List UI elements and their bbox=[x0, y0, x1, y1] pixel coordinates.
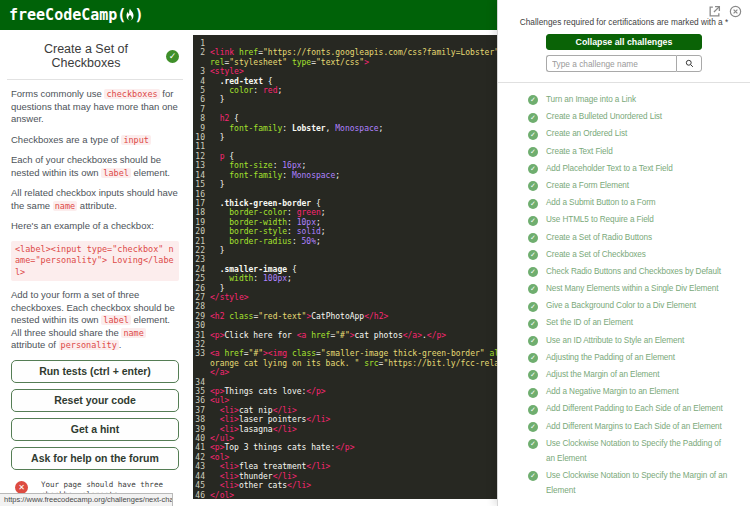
challenge-completed-icon: ✓ bbox=[528, 319, 538, 329]
challenge-item[interactable]: ✓Use Clockwise Notation to Specify the P… bbox=[528, 437, 750, 467]
run-tests-button[interactable]: Run tests (ctrl + enter) bbox=[11, 360, 179, 383]
line-number: 39 bbox=[193, 425, 210, 434]
inline-code: personality bbox=[59, 340, 119, 350]
code-token: <ol> bbox=[210, 453, 229, 462]
inline-code: name bbox=[121, 328, 145, 338]
line-number: 1 bbox=[193, 39, 210, 48]
challenge-item[interactable]: ✓Use HTML5 to Require a Field bbox=[528, 213, 750, 228]
code-token: Top 3 things cats hate: bbox=[224, 443, 335, 452]
code-token: .red-text bbox=[220, 77, 263, 86]
code-token: ; bbox=[321, 208, 326, 217]
line-number: 31 bbox=[193, 331, 210, 340]
logo-text-suffix: ) bbox=[134, 6, 143, 24]
code-token bbox=[210, 227, 229, 236]
code-token: "smaller-image thick-green-border" bbox=[321, 349, 485, 358]
line-number: 34 bbox=[193, 378, 210, 387]
freecodecamp-logo[interactable]: freeCodeCamp( ) bbox=[9, 6, 143, 24]
code-token: "red-text" bbox=[258, 312, 306, 321]
code-text: <p>Things cats love:</p> bbox=[210, 387, 326, 396]
challenge-item[interactable]: ✓Create a Set of Checkboxes bbox=[528, 248, 750, 263]
code-token bbox=[210, 472, 220, 481]
line-number: 18 bbox=[193, 208, 210, 217]
code-token: ><img bbox=[263, 349, 287, 358]
code-token: laser pointers bbox=[239, 415, 306, 424]
challenge-item[interactable]: ✓Use Clockwise Notation to Specify the M… bbox=[528, 469, 750, 499]
close-map-icon[interactable] bbox=[729, 5, 742, 18]
challenge-item[interactable]: ✓Add a Submit Button to a Form bbox=[528, 196, 750, 211]
code-token: red bbox=[263, 86, 277, 95]
code-token bbox=[210, 462, 220, 471]
challenge-item[interactable]: ✓Check Radio Buttons and Checkboxes by D… bbox=[528, 265, 750, 280]
challenge-item[interactable]: ✓Create a Text Field bbox=[528, 145, 750, 160]
code-token bbox=[210, 86, 229, 95]
challenge-item[interactable]: ✓Nest Many Elements within a Single Div … bbox=[528, 282, 750, 297]
forum-help-button[interactable]: Ask for help on the forum bbox=[11, 447, 179, 470]
code-token: flea treatment bbox=[239, 462, 306, 471]
challenge-completed-icon: ✓ bbox=[528, 267, 538, 277]
challenge-search-button[interactable] bbox=[676, 55, 702, 72]
line-number: 46 bbox=[193, 491, 210, 500]
reset-code-button[interactable]: Reset your code bbox=[11, 389, 179, 412]
challenge-item[interactable]: ✓Use an ID Attribute to Style an Element bbox=[528, 334, 750, 349]
challenge-item-label: Create a Bulleted Unordered List bbox=[546, 110, 732, 125]
code-token: src bbox=[364, 359, 378, 368]
challenge-search-input[interactable] bbox=[546, 55, 676, 72]
code-text: } bbox=[210, 284, 224, 293]
challenge-item[interactable]: ✓Create a Form Element bbox=[528, 179, 750, 194]
code-token: : bbox=[287, 208, 297, 217]
line-number: 25 bbox=[193, 274, 210, 283]
code-token: cat photos bbox=[355, 331, 403, 340]
code-token: Lobster bbox=[292, 124, 326, 133]
line-number: 16 bbox=[193, 190, 210, 199]
line-number bbox=[193, 368, 210, 377]
challenge-item[interactable]: ✓Create a Bulleted Unordered List bbox=[528, 110, 750, 125]
challenge-item[interactable]: ✓Add a Negative Margin to an Element bbox=[528, 385, 750, 400]
code-token: : bbox=[287, 227, 297, 236]
challenge-item[interactable]: ✓Add Placeholder Text to a Text Field bbox=[528, 162, 750, 177]
inline-code: label bbox=[101, 168, 131, 178]
line-number: 22 bbox=[193, 246, 210, 255]
challenge-item[interactable]: ✓Add Different Padding to Each Side of a… bbox=[528, 402, 750, 417]
code-token: </a> bbox=[403, 331, 422, 340]
challenge-item[interactable]: ✓Adjusting the Padding of an Element bbox=[528, 351, 750, 366]
instruction-paragraph: Here's an example of a checkbox: bbox=[11, 220, 179, 233]
code-token: CatPhotoApp bbox=[311, 312, 364, 321]
code-token: solid bbox=[297, 227, 321, 236]
inline-code: input bbox=[121, 135, 151, 145]
code-token: class bbox=[292, 349, 316, 358]
challenge-item[interactable]: ✓Add Different Margins to Each Side of a… bbox=[528, 420, 750, 435]
line-number: 42 bbox=[193, 453, 210, 462]
freecodecamp-app: freeCodeCamp( ) Create a Set of Checkbox… bbox=[0, 0, 750, 506]
code-text: <li>other cats</li> bbox=[210, 481, 311, 490]
code-token: : bbox=[287, 218, 297, 227]
line-number: 44 bbox=[193, 472, 210, 481]
code-token: font-family bbox=[229, 171, 282, 180]
code-token bbox=[210, 161, 229, 170]
code-text: </ol> bbox=[210, 491, 234, 500]
code-token: </ol> bbox=[210, 491, 234, 500]
challenge-item[interactable]: ✓Create a Set of Radio Buttons bbox=[528, 231, 750, 246]
code-token: </p> bbox=[306, 387, 325, 396]
collapse-all-challenges-button[interactable]: Collapse all challenges bbox=[546, 34, 702, 50]
challenge-item[interactable]: ✓Adjust the Margin of an Element bbox=[528, 368, 750, 383]
code-token: </a> bbox=[210, 368, 229, 377]
code-token bbox=[210, 208, 229, 217]
challenge-completed-icon: ✓ bbox=[528, 199, 538, 209]
map-panel-controls bbox=[708, 5, 742, 18]
challenge-item[interactable]: ✓Turn an Image into a Link bbox=[528, 93, 750, 108]
line-number: 7 bbox=[193, 105, 210, 114]
open-in-new-window-icon[interactable] bbox=[708, 5, 721, 18]
line-number: 11 bbox=[193, 142, 210, 151]
line-number: 5 bbox=[193, 86, 210, 95]
code-token: font-family bbox=[229, 124, 282, 133]
code-token bbox=[210, 152, 220, 161]
code-token: other cats bbox=[239, 481, 287, 490]
challenge-item[interactable]: ✓Create an Ordered List bbox=[528, 127, 750, 142]
challenge-item[interactable]: ✓Give a Background Color to a Div Elemen… bbox=[528, 299, 750, 314]
code-token: "text/css" bbox=[316, 58, 364, 67]
code-text: } bbox=[210, 246, 224, 255]
get-hint-button[interactable]: Get a hint bbox=[11, 418, 179, 441]
line-number: 27 bbox=[193, 293, 210, 302]
challenge-item[interactable]: ✓Set the ID of an Element bbox=[528, 316, 750, 331]
code-token bbox=[210, 171, 229, 180]
